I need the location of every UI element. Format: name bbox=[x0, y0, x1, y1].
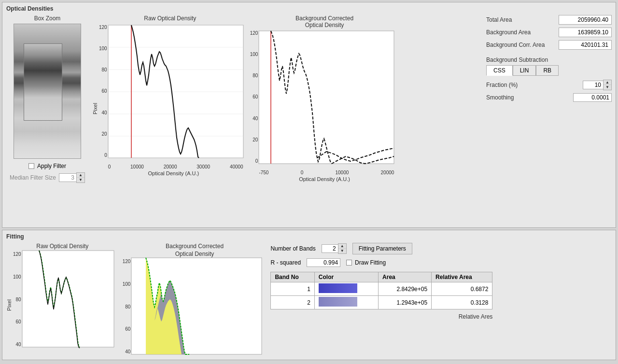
band1-color bbox=[314, 282, 378, 296]
svg-rect-11 bbox=[22, 251, 114, 347]
fitting-controls-row: Number of Bands 2 ▲ ▼ Fitting Parameters bbox=[270, 243, 492, 254]
bgcorr-wrapper: 120 100 80 60 40 20 0 bbox=[250, 28, 399, 182]
relative-ares-text: Relative Ares bbox=[270, 313, 492, 320]
fitting-bgcorr-wrapper: 120 100 80 60 40 bbox=[123, 258, 267, 361]
band-row-1: 1 2.8429e+05 0.6872 bbox=[271, 282, 492, 296]
bgcorr-x-ticks: -750 0 10000 20000 bbox=[259, 170, 394, 175]
bg-corr-area-value: 420101.31 bbox=[559, 40, 612, 50]
raw-y-ticks: 120 100 80 60 40 20 0 bbox=[99, 23, 107, 158]
band1-relative-area: 0.6872 bbox=[432, 282, 492, 296]
raw-od-plot-area: 120 100 80 60 40 20 0 bbox=[99, 23, 248, 169]
fitting-raw-area: Pixel 120 100 80 60 40 bbox=[6, 251, 119, 353]
raw-x-ticks: 0 10000 20000 30000 40000 bbox=[108, 164, 243, 169]
band2-color bbox=[314, 296, 378, 309]
total-area-value: 2059960.40 bbox=[559, 15, 612, 25]
r-squared-row: R - squared 0.994 Draw Fitting bbox=[270, 258, 492, 267]
bgcorr-od-svg bbox=[259, 28, 399, 168]
bg-area-value: 1639859.10 bbox=[559, 28, 612, 37]
fitting-params-button[interactable]: Fitting Parameters bbox=[352, 243, 412, 254]
fitting-y-label: Pixel bbox=[6, 257, 12, 353]
num-bands-spinner-btns[interactable]: ▲ ▼ bbox=[338, 243, 347, 254]
bgcorr-x-label: Optical Density (A.U.) bbox=[299, 176, 350, 182]
bg-area-label: Background Area bbox=[486, 29, 555, 36]
r-squared-label: R - squared bbox=[270, 259, 301, 266]
fitting-bgcorr-y-ticks: 120 100 80 60 40 bbox=[123, 258, 131, 354]
draw-fitting-row: Draw Fitting bbox=[346, 259, 386, 266]
fitting-bgcorr-title: Background Corrected Optical Density bbox=[166, 243, 224, 258]
band-row-2: 2 1.2943e+05 0.3128 bbox=[271, 296, 492, 309]
bgcorr-plot-area: 120 100 80 60 40 20 0 bbox=[250, 28, 399, 175]
fraction-row: Fraction (%) 10 ▲ ▼ bbox=[486, 80, 612, 90]
fitting-bgcorr-svg-container bbox=[131, 258, 267, 361]
fitting-bgcorr-area: 120 100 80 60 40 bbox=[123, 258, 267, 361]
num-bands-down[interactable]: ▼ bbox=[338, 249, 346, 253]
btn-css[interactable]: CSS bbox=[486, 65, 513, 76]
r-squared-value: 0.994 bbox=[307, 258, 340, 267]
num-bands-up[interactable]: ▲ bbox=[338, 244, 346, 249]
btn-rb[interactable]: RB bbox=[536, 65, 559, 76]
svg-rect-9 bbox=[259, 31, 394, 164]
fitting-bgcorr-graph: Background Corrected Optical Density 120… bbox=[123, 243, 267, 361]
box-zoom-label: Box Zoom bbox=[34, 15, 61, 22]
bgcorr-y-ticks: 120 100 80 60 40 20 0 bbox=[250, 28, 258, 164]
raw-od-area: Pixel 120 100 80 60 40 20 0 bbox=[92, 23, 248, 176]
optical-densities-title: Optical Densities bbox=[6, 5, 612, 12]
median-filter-up[interactable]: ▲ bbox=[77, 173, 84, 178]
raw-od-title: Raw Optical Density bbox=[144, 15, 196, 22]
median-filter-input[interactable]: 3 bbox=[59, 173, 76, 182]
raw-od-x-label: Optical Density (A.U.) bbox=[148, 170, 199, 176]
median-filter-label: Median Filter Size bbox=[10, 174, 56, 181]
band2-color-swatch bbox=[319, 297, 357, 307]
box-zoom-section: Box Zoom Apply Filter Median Filter Size… bbox=[6, 15, 88, 183]
apply-filter-row: Apply Filter bbox=[28, 163, 66, 169]
median-filter-down[interactable]: ▼ bbox=[77, 178, 84, 182]
fraction-spinner-btns[interactable]: ▲ ▼ bbox=[603, 80, 612, 90]
apply-filter-checkbox[interactable] bbox=[28, 163, 34, 169]
bgcorr-area: 120 100 80 60 40 20 0 bbox=[250, 28, 399, 182]
fitting-raw-plot-area: 120 100 80 60 40 bbox=[13, 251, 119, 353]
fraction-input[interactable]: 10 bbox=[583, 81, 603, 89]
fitting-y-ticks: 120 100 80 60 40 bbox=[13, 251, 21, 347]
fitting-bgcorr-plot-area: 120 100 80 60 40 bbox=[123, 258, 267, 361]
smoothing-row: Smoothing 0.0001 bbox=[486, 93, 612, 102]
raw-optical-density-graph: Raw Optical Density Pixel 120 100 80 60 … bbox=[92, 15, 248, 182]
band1-no: 1 bbox=[271, 282, 314, 296]
bgcorr-title: Background Corrected Optical Density bbox=[295, 15, 353, 28]
median-filter-row: Median Filter Size 3 ▲ ▼ bbox=[10, 172, 85, 183]
band1-color-swatch bbox=[319, 283, 357, 293]
fitting-title: Fitting bbox=[6, 233, 612, 240]
fraction-down[interactable]: ▼ bbox=[604, 85, 611, 90]
num-bands-label: Number of Bands bbox=[270, 245, 315, 252]
bg-corr-area-label: Background Corr. Area bbox=[486, 42, 555, 48]
num-bands-input[interactable]: 2 bbox=[322, 244, 338, 253]
btn-lin[interactable]: LIN bbox=[513, 65, 536, 76]
optical-densities-panel: Optical Densities Box Zoom Apply Filter … bbox=[2, 2, 616, 228]
col-relative-area: Relative Area bbox=[432, 272, 492, 282]
smoothing-value[interactable]: 0.0001 bbox=[573, 93, 612, 102]
bg-area-row: Background Area 1639859.10 bbox=[486, 28, 612, 37]
fraction-up[interactable]: ▲ bbox=[604, 80, 611, 85]
bg-subtraction-title: Background Subtraction bbox=[486, 56, 612, 63]
fitting-panel: Fitting Raw Optical Density Pixel 120 10… bbox=[2, 230, 616, 360]
bg-corr-area-row: Background Corr. Area 420101.31 bbox=[486, 40, 612, 50]
fitting-raw-od-title: Raw Optical Density bbox=[36, 243, 88, 250]
fitting-content: Raw Optical Density Pixel 120 100 80 60 … bbox=[6, 243, 612, 361]
band2-area: 1.2943e+05 bbox=[379, 296, 432, 309]
bgcorr-svg-container: -750 0 10000 20000 bbox=[259, 28, 399, 175]
draw-fitting-checkbox[interactable] bbox=[346, 260, 352, 266]
bg-buttons-row: CSS LIN RB bbox=[486, 65, 612, 76]
fitting-bgcorr-svg bbox=[131, 258, 267, 359]
band2-relative-area: 0.3128 bbox=[432, 296, 492, 309]
raw-od-wrapper: 120 100 80 60 40 20 0 bbox=[99, 23, 248, 176]
raw-od-y-label: Pixel bbox=[92, 41, 98, 176]
median-filter-spinner[interactable]: 3 ▲ ▼ bbox=[59, 172, 85, 183]
fraction-spinner[interactable]: 10 ▲ ▼ bbox=[583, 80, 612, 90]
fitting-raw-wrapper: 120 100 80 60 40 bbox=[13, 251, 119, 353]
apply-filter-label: Apply Filter bbox=[37, 163, 66, 169]
bg-corrected-od-graph: Background Corrected Optical Density 120… bbox=[250, 15, 399, 182]
box-zoom-image bbox=[14, 24, 81, 159]
num-bands-spinner[interactable]: 2 ▲ ▼ bbox=[322, 243, 347, 254]
total-area-label: Total Area bbox=[486, 16, 555, 23]
band-table: Band No Color Area Relative Area 1 2.842… bbox=[270, 272, 492, 309]
fitting-raw-svg-container bbox=[22, 251, 119, 353]
